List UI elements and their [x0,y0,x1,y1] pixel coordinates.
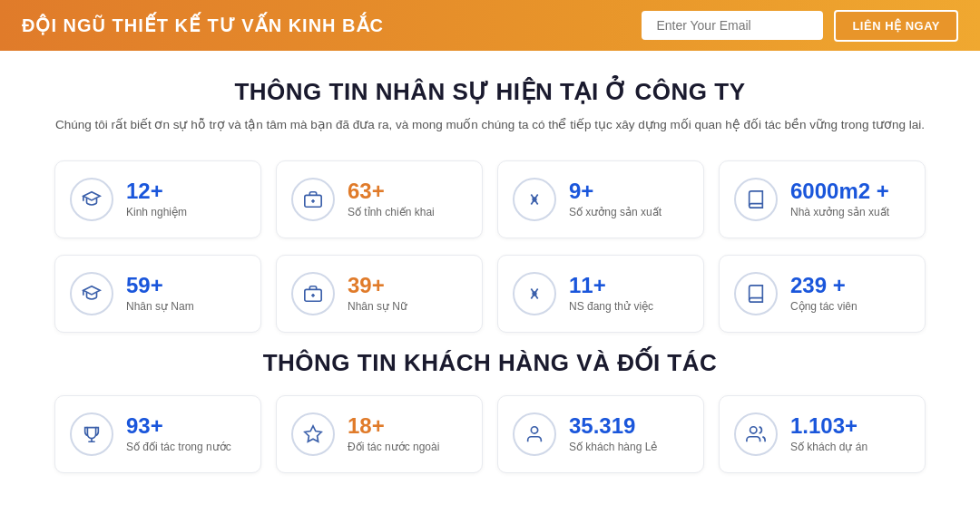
stat-label: Nhà xưởng sản xuất [790,206,889,218]
stat-card: 35.319 Số khách hàng Lẻ [497,395,704,473]
header-title: ĐỘI NGŨ THIẾT KẾ TƯ VẤN KINH BẮC [22,15,642,36]
section1-title: THÔNG TIN NHÂN SỰ HIỆN TẠI Ở CÔNG TY [54,78,926,106]
stat-content-2: 35.319 Số khách hàng Lẻ [569,414,657,452]
stat-icon-3 [734,178,778,221]
stat-label: Nhân sự Nam [126,300,194,313]
email-input[interactable] [642,11,823,40]
stat-content-3: 6000m2 + Nhà xưởng sản xuất [790,179,889,218]
stat-number: 35.319 [569,414,657,438]
stat-label: Số khách dự án [790,441,867,453]
stats-grid-row1: 12+ Kinh nghiệm 63+ Số tỉnh chiến khai 9… [54,160,926,238]
stat-label: Cộng tác viên [790,300,858,313]
header-right: LIÊN HỆ NGAY [642,10,958,42]
section2: THÔNG TIN KHÁCH HÀNG VÀ ĐỐI TÁC 93+ Số đ… [54,349,926,473]
stat-content-2: 11+ NS đang thử việc [569,274,653,312]
stat-icon-1 [291,272,335,315]
stat-icon-2 [513,178,556,221]
stat-icon-2 [513,272,556,315]
stat-icon-1 [291,412,335,456]
stat-number: 9+ [569,179,662,203]
stat-content-0: 93+ Số đối tác trong nước [126,414,231,452]
stat-label: Số tỉnh chiến khai [348,206,435,218]
stat-card: 39+ Nhân sự Nữ [276,255,483,333]
section1-subtitle: Chúng tôi rất biết ơn sự hỗ trợ và tận t… [54,115,926,135]
stat-icon-0 [70,178,113,221]
stat-content-1: 18+ Đối tác nước ngoài [348,414,439,452]
stat-number: 239 + [790,274,858,297]
stat-number: 93+ [126,414,231,438]
stat-number: 39+ [348,274,407,297]
stat-label: Số xưởng sản xuất [569,206,662,218]
main-content: THÔNG TIN NHÂN SỰ HIỆN TẠI Ở CÔNG TY Chú… [0,51,980,514]
stat-number: 1.103+ [790,414,867,438]
stat-icon-3 [734,272,778,315]
stat-content-0: 12+ Kinh nghiệm [126,179,187,218]
stat-number: 59+ [126,274,194,297]
header: ĐỘI NGŨ THIẾT KẾ TƯ VẤN KINH BẮC LIÊN HỆ… [0,0,980,51]
stat-icon-3 [734,412,778,456]
stat-card: 11+ NS đang thử việc [497,255,704,333]
section2-title: THÔNG TIN KHÁCH HÀNG VÀ ĐỐI TÁC [54,349,926,377]
stat-number: 11+ [569,274,653,297]
svg-point-13 [531,426,537,432]
stat-number: 6000m2 + [790,179,889,203]
stat-label: NS đang thử việc [569,300,653,313]
stat-content-1: 63+ Số tỉnh chiến khai [348,179,435,218]
stat-icon-0 [70,272,113,315]
svg-point-14 [750,426,757,432]
stat-icon-1 [291,178,335,221]
stat-number: 63+ [348,179,435,203]
stat-content-2: 9+ Số xưởng sản xuất [569,179,662,218]
stat-card: 93+ Số đối tác trong nước [54,395,261,473]
stats-grid-row3: 93+ Số đối tác trong nước 18+ Đối tác nư… [54,395,926,473]
stat-label: Số khách hàng Lẻ [569,441,657,453]
stat-content-1: 39+ Nhân sự Nữ [348,274,407,312]
svg-marker-12 [305,425,321,441]
stat-label: Số đối tác trong nước [126,441,231,453]
stat-card: 1.103+ Số khách dự án [719,395,926,473]
stat-card: 239 + Cộng tác viên [719,255,926,333]
stat-card: 18+ Đối tác nước ngoài [276,395,483,473]
stat-number: 12+ [126,179,187,203]
stat-card: 12+ Kinh nghiệm [54,160,261,238]
stat-content-3: 1.103+ Số khách dự án [790,414,867,452]
contact-button[interactable]: LIÊN HỆ NGAY [834,10,958,42]
stat-card: 9+ Số xưởng sản xuất [497,160,704,238]
stat-icon-2 [513,412,556,456]
stat-card: 59+ Nhân sự Nam [54,255,261,333]
stat-content-3: 239 + Cộng tác viên [790,274,858,312]
stat-icon-0 [70,412,113,456]
stat-label: Kinh nghiệm [126,206,187,218]
stat-card: 63+ Số tỉnh chiến khai [276,160,483,238]
stat-label: Nhân sự Nữ [348,300,407,313]
stat-content-0: 59+ Nhân sự Nam [126,274,194,312]
stats-grid-row2: 59+ Nhân sự Nam 39+ Nhân sự Nữ 11+ NS đa… [54,255,926,333]
stat-card: 6000m2 + Nhà xưởng sản xuất [719,160,926,238]
stat-label: Đối tác nước ngoài [348,441,439,453]
stat-number: 18+ [348,414,439,438]
